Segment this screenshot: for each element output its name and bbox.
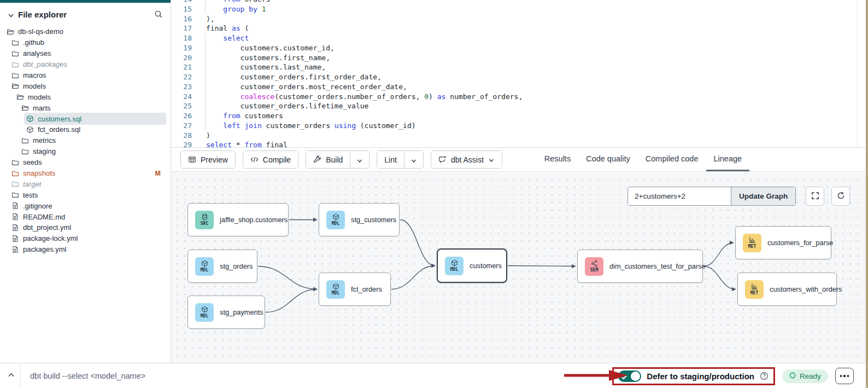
code-line-27[interactable]: left join customer_orders using (custome… [206, 121, 416, 131]
editor-scrollbar-track[interactable] [857, 0, 858, 148]
tree-item-snapshots[interactable]: snapshotsM [0, 168, 171, 179]
code-line-22[interactable]: customer_orders.first_order_date, [206, 72, 382, 82]
tree-item-seeds[interactable]: seeds [0, 157, 171, 168]
lineage-edge-stg_customers-to-customers [400, 220, 435, 266]
code-line-24[interactable]: coalesce(customer_orders.number_of_order… [206, 92, 523, 102]
node-type-badge-mdl: MDL [326, 211, 345, 229]
line-number: 16 [177, 14, 192, 24]
tab-results[interactable]: Results [537, 148, 578, 171]
code-line-21[interactable]: customers.last_name, [206, 62, 326, 72]
tree-item-label: models [23, 82, 46, 90]
code-line-17[interactable]: final as ( [206, 24, 249, 33]
indent-guide [205, 111, 206, 121]
chevron-down-icon[interactable] [8, 11, 14, 18]
dbt-assist-button[interactable]: dbt Assist [431, 151, 502, 168]
tree-item-marts[interactable]: marts [0, 102, 171, 113]
tree-item-db-sl-qs-demo[interactable]: db-sl-qs-demo [0, 26, 171, 37]
tree-item-package-lock-yml[interactable]: package-lock.yml [0, 233, 171, 244]
tab-compiled-code[interactable]: Compiled code [638, 148, 706, 171]
lint-dropdown-toggle[interactable] [404, 151, 423, 168]
defer-toggle[interactable] [618, 370, 641, 382]
build-button[interactable]: Build [306, 151, 350, 168]
dbt-cloud-ide: File explorer db-sl-qs-demo.githubanalys… [0, 0, 868, 388]
code-line-28[interactable]: ) [206, 131, 210, 141]
tree-item-packages-yml[interactable]: packages.yml [0, 244, 171, 255]
update-graph-button[interactable]: Update Graph [731, 187, 795, 205]
build-dropdown-toggle[interactable] [350, 151, 369, 168]
lineage-node-customers_with_orders[interactable]: METcustomers_with_orders [737, 273, 837, 306]
tree-item--github[interactable]: .github [0, 37, 171, 48]
help-icon[interactable] [760, 372, 769, 380]
folder-icon [11, 170, 19, 177]
tree-item-label: target [23, 180, 41, 188]
code-line-25[interactable]: customer_orders.lifetime_value [206, 101, 368, 111]
tree-item-customers-sql[interactable]: customers.sql [0, 113, 171, 124]
lineage-node-stg_orders[interactable]: MDLstg_orders [187, 250, 257, 283]
code-editor[interactable]: 14 from orders15 group by 116),17final a… [171, 0, 866, 148]
tree-item-analyses[interactable]: analyses [0, 48, 171, 59]
command-input[interactable] [25, 367, 517, 385]
node-type-badge-met: MET [743, 234, 761, 252]
model-icon [26, 126, 34, 134]
button-label: Preview [201, 155, 228, 164]
tree-item-tests[interactable]: tests [0, 189, 171, 200]
refresh-button[interactable] [831, 187, 850, 206]
lineage-edge-dim_customers_test_for_parse-to-customers_for_parse [703, 243, 734, 267]
fullscreen-button[interactable] [806, 187, 824, 206]
ready-label: Ready [800, 372, 821, 380]
lineage-node-stg_customers[interactable]: MDLstg_customers [319, 203, 400, 236]
lineage-node-dim_customers_test_for_parse[interactable]: SEMdim_customers_test_for_parse [577, 250, 703, 283]
code-line-26[interactable]: from customers [206, 111, 283, 121]
graph-selector-group: Update Graph [627, 187, 796, 206]
graph-selector-input[interactable] [628, 187, 731, 205]
refresh-icon [837, 192, 845, 201]
compile-button[interactable]: Compile [243, 151, 298, 168]
lineage-node-customers_for_parse[interactable]: METcustomers_for_parse [735, 226, 831, 259]
tree-item-fct-orders-sql[interactable]: fct_orders.sql [0, 124, 171, 135]
tree-item-label: .github [23, 38, 44, 47]
tree-item-metrics[interactable]: metrics [0, 135, 171, 146]
lineage-node-stg_payments[interactable]: MDLstg_payments [187, 296, 265, 329]
lineage-node-customers[interactable]: MDLcustomers [437, 248, 507, 283]
code-line-23[interactable]: customer_orders.most_recent_order_date, [206, 82, 407, 92]
preview-button[interactable]: Preview [181, 151, 235, 168]
node-type-badge-src: SRC [195, 211, 214, 229]
tree-item-macros[interactable]: macros [0, 70, 171, 81]
file-tree: db-sl-qs-demo.githubanalysesdbt_packages… [0, 26, 171, 255]
lineage-node-fct_orders[interactable]: MDLfct_orders [319, 273, 391, 306]
code-line-16[interactable]: ), [206, 14, 215, 24]
model-icon [201, 306, 208, 313]
tree-item-dbt-project-yml[interactable]: dbt_project.yml [0, 222, 171, 233]
code-line-20[interactable]: customers.first_name, [206, 53, 330, 63]
lint-button[interactable]: Lint [377, 151, 404, 168]
lineage-canvas[interactable]: Update Graph SRCjaffle_shop.customersMDL… [171, 172, 866, 363]
collapse-panel-button[interactable] [4, 368, 17, 384]
chevron-down-icon [356, 157, 363, 163]
tab-lineage[interactable]: Lineage [706, 148, 750, 171]
line-number: 25 [177, 101, 192, 111]
more-options-button[interactable] [835, 368, 854, 384]
tree-item-staging[interactable]: staging [0, 146, 171, 157]
node-type-label: MDL [201, 314, 208, 318]
node-label: stg_customers [351, 216, 396, 224]
node-type-badge-sem: SEM [585, 257, 603, 276]
indent-guide [205, 82, 206, 92]
lineage-edge-customers-to-dim_customers_test_for_parse [508, 266, 576, 267]
tree-item-models[interactable]: models [0, 91, 171, 102]
tree-item-models[interactable]: models [0, 80, 171, 91]
tree-item--gitignore[interactable]: .gitignore [0, 200, 171, 211]
code-line-19[interactable]: customers.customer_id, [206, 43, 335, 53]
node-type-label: MDL [332, 221, 339, 226]
tree-item-target[interactable]: target [0, 178, 171, 189]
tree-item-dbt-packages[interactable]: dbt_packages [0, 59, 171, 70]
tree-item-readme-md[interactable]: README.md [0, 211, 171, 222]
compile-button-group: Compile [243, 150, 298, 169]
lineage-node-jaffle_shop_customers[interactable]: SRCjaffle_shop.customers [187, 203, 289, 236]
code-line-15[interactable]: group by 1 [206, 4, 266, 14]
code-line-14[interactable]: from orders [206, 0, 270, 4]
search-icon[interactable] [154, 10, 163, 19]
tab-code-quality[interactable]: Code quality [578, 148, 638, 171]
file-icon [11, 213, 19, 221]
code-line-29[interactable]: select * from final [206, 140, 288, 148]
code-line-18[interactable]: select [206, 33, 249, 43]
